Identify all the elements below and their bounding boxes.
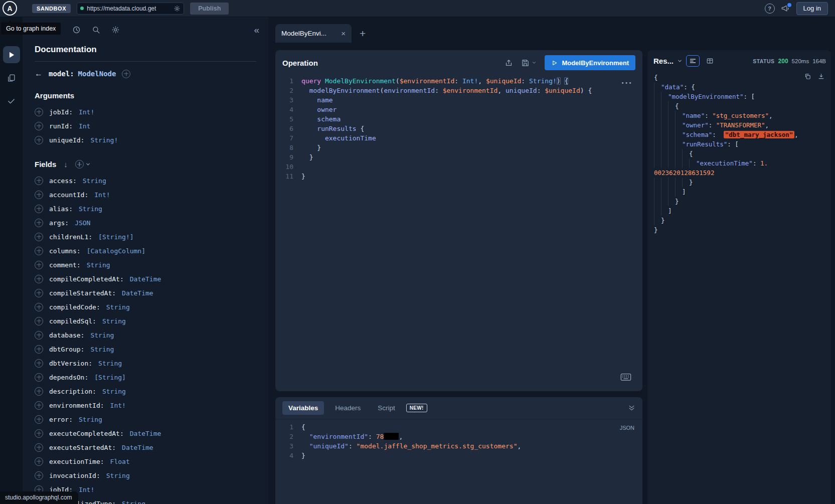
- variables-editor[interactable]: 1{2 "environmentId": 78,3 "uniqueId": "m…: [275, 419, 642, 504]
- copy-response-icon[interactable]: [804, 73, 811, 80]
- model-type-name[interactable]: ModelNode: [78, 70, 116, 78]
- indent-guide: [661, 206, 668, 216]
- add-to-query-icon[interactable]: [35, 177, 43, 185]
- add-to-query-icon[interactable]: [35, 108, 43, 116]
- add-to-query-icon[interactable]: [35, 247, 43, 255]
- close-tab-icon[interactable]: ×: [341, 29, 346, 38]
- announcements-megaphone-icon[interactable]: [781, 4, 790, 13]
- field-row[interactable]: childrenL1:[String!]: [35, 230, 256, 244]
- response-tree-view-button[interactable]: [686, 55, 700, 67]
- field-row[interactable]: dbtVersion:String: [35, 356, 256, 370]
- field-row[interactable]: error:String: [35, 412, 256, 426]
- add-all-fields-button[interactable]: [75, 160, 91, 169]
- back-arrow-icon[interactable]: ←: [35, 69, 43, 78]
- search-icon[interactable]: [92, 26, 100, 34]
- field-row[interactable]: executeStartedAt:DateTime: [35, 440, 256, 454]
- add-to-query-icon[interactable]: [35, 275, 43, 283]
- download-response-icon[interactable]: [817, 73, 825, 80]
- add-to-query-icon[interactable]: [35, 359, 43, 368]
- help-icon[interactable]: ?: [765, 4, 775, 14]
- argument-row[interactable]: uniqueId:String!: [35, 133, 256, 147]
- add-to-query-icon[interactable]: [35, 401, 43, 410]
- add-to-query-icon[interactable]: [35, 373, 43, 382]
- add-to-query-icon[interactable]: [35, 191, 43, 199]
- add-to-query-icon[interactable]: [35, 429, 43, 438]
- endpoint-settings-gear-icon[interactable]: [174, 5, 181, 12]
- sort-fields-icon[interactable]: ↓: [64, 160, 68, 169]
- tab-script[interactable]: Script: [372, 401, 401, 415]
- editor-options-icon[interactable]: •••: [621, 78, 632, 88]
- field-row[interactable]: dependsOn:[String]: [35, 370, 256, 384]
- add-to-query-icon[interactable]: [35, 136, 43, 144]
- argument-row[interactable]: jobId:Int!: [35, 105, 256, 119]
- settings-gear-icon[interactable]: [111, 26, 120, 34]
- apollo-logo[interactable]: A: [3, 1, 17, 16]
- add-to-query-icon[interactable]: [35, 219, 43, 227]
- logo-letter: A: [7, 5, 12, 13]
- add-to-query-icon[interactable]: [35, 331, 43, 340]
- add-to-query-icon[interactable]: [35, 471, 43, 480]
- field-row[interactable]: environmentId:Int!: [35, 398, 256, 412]
- line-number: 2: [275, 86, 301, 95]
- field-row[interactable]: compiledCode:String: [35, 300, 256, 314]
- field-row[interactable]: executeCompletedAt:DateTime: [35, 426, 256, 440]
- add-to-query-icon[interactable]: [35, 387, 43, 396]
- line-number: 9: [275, 152, 301, 162]
- field-row[interactable]: dbtGroup:String: [35, 342, 256, 356]
- field-name: compileStartedAt:: [49, 289, 116, 297]
- operation-editor[interactable]: 1query ModelByEnvironment($environmentId…: [275, 75, 642, 391]
- checks-nav-button[interactable]: [3, 92, 20, 109]
- save-operation-button[interactable]: [521, 59, 537, 67]
- response-chevron-down-icon[interactable]: [677, 58, 683, 64]
- new-tab-button[interactable]: +: [360, 28, 366, 40]
- field-row[interactable]: access:String: [35, 174, 256, 188]
- response-table-view-button[interactable]: [703, 55, 717, 67]
- add-to-query-icon[interactable]: [35, 443, 43, 452]
- field-row[interactable]: columns:[CatalogColumn]: [35, 244, 256, 258]
- publish-button[interactable]: Publish: [190, 3, 229, 15]
- field-type: String: [102, 388, 126, 395]
- login-button[interactable]: Log in: [796, 2, 828, 15]
- share-operation-icon[interactable]: [505, 59, 513, 67]
- tab-variables[interactable]: Variables: [282, 401, 324, 415]
- run-operation-button[interactable]: ModelByEnvironment: [545, 55, 635, 70]
- field-row[interactable]: comment:String: [35, 258, 256, 272]
- add-to-query-icon[interactable]: [35, 317, 43, 325]
- endpoint-url-input[interactable]: https://metadata.cloud.get: [87, 5, 171, 12]
- field-row[interactable]: compileCompletedAt:DateTime: [35, 272, 256, 286]
- collapse-variables-icon[interactable]: [628, 404, 635, 412]
- add-to-query-icon[interactable]: [35, 345, 43, 354]
- arguments-title: Arguments: [35, 91, 256, 100]
- add-to-query-icon[interactable]: [35, 415, 43, 424]
- add-to-query-icon[interactable]: [35, 261, 43, 269]
- schema-nav-button[interactable]: [3, 69, 20, 86]
- add-to-query-icon[interactable]: [35, 233, 43, 241]
- field-row[interactable]: compiledSql:String: [35, 314, 256, 328]
- add-to-query-icon[interactable]: [35, 457, 43, 466]
- keyboard-shortcuts-icon[interactable]: [620, 373, 631, 381]
- field-type: [CatalogColumn]: [87, 247, 145, 255]
- add-to-query-icon[interactable]: [35, 122, 43, 130]
- field-name: accountId:: [49, 191, 88, 199]
- add-model-to-query-icon[interactable]: [122, 70, 130, 78]
- argument-row[interactable]: runId:Int: [35, 119, 256, 133]
- field-row[interactable]: accountId:Int!: [35, 188, 256, 202]
- explorer-nav-button[interactable]: [3, 46, 20, 63]
- field-row[interactable]: invocationId:String: [35, 468, 256, 482]
- field-name: dbtVersion:: [49, 360, 92, 367]
- add-to-query-icon[interactable]: [35, 205, 43, 213]
- endpoint-url-box[interactable]: https://metadata.cloud.get: [77, 3, 184, 15]
- add-to-query-icon[interactable]: [35, 289, 43, 297]
- field-row[interactable]: alias:String: [35, 202, 256, 216]
- field-row[interactable]: compileStartedAt:DateTime: [35, 286, 256, 300]
- collapse-sidebar-icon[interactable]: «: [254, 25, 259, 35]
- field-row[interactable]: args:JSON: [35, 216, 256, 230]
- operation-header: Operation ModelByEnvironment: [275, 50, 642, 75]
- operation-tab[interactable]: ModelByEnvi... ×: [275, 24, 352, 43]
- add-to-query-icon[interactable]: [35, 303, 43, 311]
- field-row[interactable]: database:String: [35, 328, 256, 342]
- history-clock-icon[interactable]: [72, 26, 81, 34]
- field-row[interactable]: executionTime:Float: [35, 454, 256, 468]
- tab-headers[interactable]: Headers: [329, 401, 367, 415]
- field-row[interactable]: description:String: [35, 384, 256, 398]
